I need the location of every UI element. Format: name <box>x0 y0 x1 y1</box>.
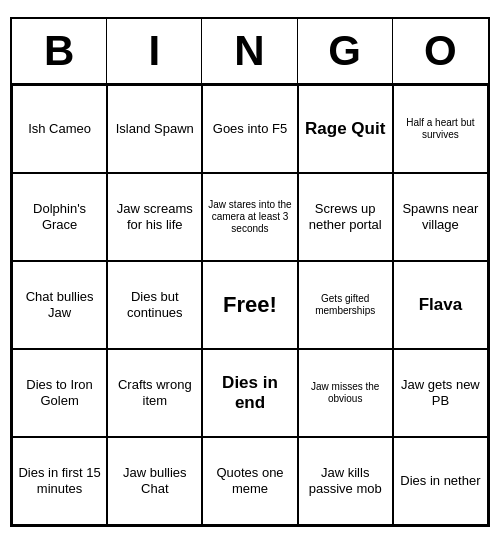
bingo-cell-22: Quotes one meme <box>202 437 297 525</box>
bingo-header: BINGO <box>12 19 488 85</box>
bingo-cell-10: Chat bullies Jaw <box>12 261 107 349</box>
bingo-cell-20: Dies in first 15 minutes <box>12 437 107 525</box>
bingo-cell-3: Rage Quit <box>298 85 393 173</box>
bingo-cell-21: Jaw bullies Chat <box>107 437 202 525</box>
bingo-cell-7: Jaw stares into the camera at least 3 se… <box>202 173 297 261</box>
bingo-card: BINGO Ish CameoIsland SpawnGoes into F5R… <box>10 17 490 527</box>
bingo-cell-14: Flava <box>393 261 488 349</box>
bingo-letter-i: I <box>107 19 202 83</box>
bingo-cell-0: Ish Cameo <box>12 85 107 173</box>
bingo-cell-5: Dolphin's Grace <box>12 173 107 261</box>
bingo-cell-23: Jaw kills passive mob <box>298 437 393 525</box>
bingo-cell-19: Jaw gets new PB <box>393 349 488 437</box>
bingo-cell-13: Gets gifted memberships <box>298 261 393 349</box>
bingo-cell-17: Dies in end <box>202 349 297 437</box>
bingo-cell-2: Goes into F5 <box>202 85 297 173</box>
bingo-letter-g: G <box>298 19 393 83</box>
bingo-cell-4: Half a heart but survives <box>393 85 488 173</box>
bingo-letter-b: B <box>12 19 107 83</box>
bingo-cell-8: Screws up nether portal <box>298 173 393 261</box>
bingo-letter-o: O <box>393 19 488 83</box>
bingo-cell-9: Spawns near village <box>393 173 488 261</box>
bingo-letter-n: N <box>202 19 297 83</box>
bingo-cell-1: Island Spawn <box>107 85 202 173</box>
bingo-cell-18: Jaw misses the obvious <box>298 349 393 437</box>
bingo-cell-12: Free! <box>202 261 297 349</box>
bingo-cell-11: Dies but continues <box>107 261 202 349</box>
bingo-cell-16: Crafts wrong item <box>107 349 202 437</box>
bingo-grid: Ish CameoIsland SpawnGoes into F5Rage Qu… <box>12 85 488 525</box>
bingo-cell-15: Dies to Iron Golem <box>12 349 107 437</box>
bingo-cell-6: Jaw screams for his life <box>107 173 202 261</box>
bingo-cell-24: Dies in nether <box>393 437 488 525</box>
